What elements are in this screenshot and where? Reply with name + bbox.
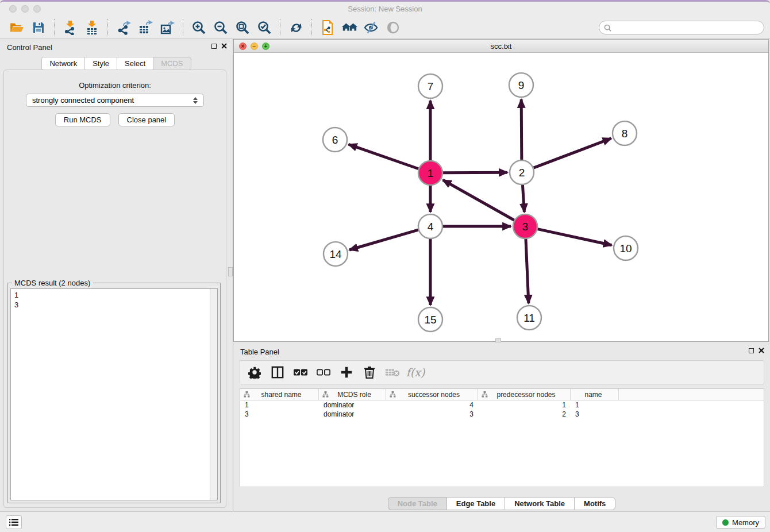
table-cell[interactable]: 3 (571, 410, 619, 419)
table-cell[interactable]: 1 (571, 400, 619, 410)
graph-edge-1-6[interactable] (349, 144, 419, 168)
graph-node-label-11: 11 (523, 312, 535, 324)
panel-splitter-handle[interactable] (228, 267, 233, 276)
tab-mcds[interactable]: MCDS (153, 57, 191, 70)
zoom-out-button[interactable] (211, 18, 230, 37)
function-builder-button[interactable]: f(x) (407, 364, 424, 381)
table-cell[interactable]: dominator (319, 410, 386, 419)
column-header-successor-nodes[interactable]: successor nodes (386, 389, 478, 400)
column-header-mcds-role[interactable]: MCDS role (319, 389, 386, 400)
mcds-result-list[interactable]: 1 3 (10, 288, 218, 500)
column-header-shared-name[interactable]: shared name (240, 389, 319, 400)
list-menu-icon (9, 518, 18, 526)
graph-edge-2-8[interactable] (534, 138, 611, 168)
table-cell[interactable]: 4 (386, 400, 478, 410)
graph-edge-1-2[interactable] (443, 172, 507, 173)
network-canvas[interactable]: 7968124314101511 (234, 53, 768, 341)
table-settings-button[interactable] (246, 364, 263, 381)
graph-edge-4-14[interactable] (349, 230, 418, 250)
zoom-out-icon (213, 20, 228, 35)
tab-motifs[interactable]: Motifs (574, 497, 615, 510)
table-toolbar: f(x) (240, 360, 764, 384)
graph-node-label-3: 3 (522, 221, 529, 233)
search-icon (604, 24, 611, 32)
graph-node-label-1: 1 (428, 167, 434, 179)
first-neighbors-button[interactable] (340, 18, 359, 37)
export-image-icon (160, 20, 175, 35)
export-image-button[interactable] (158, 18, 176, 37)
toolbar-separator (107, 19, 108, 36)
graph-edge-3-1[interactable] (443, 180, 514, 220)
graph-edge-3-10[interactable] (537, 229, 611, 245)
toolbar-separator (311, 19, 312, 36)
import-network-button[interactable] (61, 18, 79, 37)
birdseye-view-button[interactable] (384, 18, 402, 37)
show-panels-menu-button[interactable] (6, 515, 22, 529)
search-input[interactable] (614, 24, 759, 32)
save-disk-icon (32, 21, 45, 34)
tab-network-table[interactable]: Network Table (505, 497, 574, 510)
table-row[interactable]: 1 dominator 4 1 1 (240, 400, 764, 410)
network-window-titlebar[interactable]: × − + scc.txt (234, 40, 768, 53)
tab-node-table[interactable]: Node Table (388, 497, 446, 510)
save-session-button[interactable] (29, 18, 48, 37)
result-scrollbar[interactable] (210, 289, 217, 500)
toolbar-separator (183, 19, 183, 36)
show-hide-details-button[interactable] (362, 18, 380, 37)
table-cell[interactable]: 3 (240, 410, 319, 419)
add-column-button[interactable] (338, 364, 355, 381)
criterion-dropdown[interactable]: strongly connected component (26, 94, 204, 107)
split-panel-icon (271, 366, 284, 379)
table-cell[interactable]: dominator (319, 400, 386, 410)
graph-edge-3-11[interactable] (526, 239, 529, 303)
run-mcds-button[interactable]: Run MCDS (55, 113, 110, 126)
tab-select[interactable]: Select (117, 57, 153, 70)
import-table-button[interactable] (83, 18, 101, 37)
table-cell[interactable]: 1 (240, 400, 319, 410)
open-session-button[interactable] (7, 18, 26, 37)
fx-icon: f(x) (406, 366, 425, 379)
graph-node-label-8: 8 (622, 128, 628, 140)
close-panel-icon[interactable] (221, 43, 227, 49)
tab-edge-table[interactable]: Edge Table (446, 497, 505, 510)
delete-columns-button[interactable] (361, 364, 378, 381)
apply-layout-button[interactable] (287, 18, 305, 37)
graph-node-label-4: 4 (428, 221, 434, 233)
table-cell[interactable]: 3 (386, 410, 478, 419)
mcds-result-group: MCDS result (2 nodes) 1 3 (7, 283, 221, 503)
toolbar-separator (280, 19, 280, 36)
graph-edge-2-3[interactable] (522, 185, 524, 212)
fit-content-button[interactable] (233, 18, 252, 37)
toolbar-search[interactable] (599, 21, 764, 34)
float-panel-icon[interactable] (749, 348, 754, 353)
delete-table-button[interactable] (384, 364, 401, 381)
table-cell[interactable]: 2 (478, 410, 571, 419)
mcds-result-item: 1 (14, 290, 214, 300)
zoom-selected-button[interactable] (255, 18, 274, 37)
split-panel-button[interactable] (269, 364, 286, 381)
memory-button[interactable]: Memory (716, 516, 765, 529)
network-table-splitter-handle[interactable] (495, 338, 501, 342)
select-all-columns-button[interactable] (292, 364, 309, 381)
graph-node-label-15: 15 (424, 314, 436, 326)
export-table-icon (138, 20, 153, 35)
import-network-icon (63, 20, 78, 35)
export-table-button[interactable] (136, 18, 155, 37)
export-network-icon (116, 20, 131, 35)
control-panel-title: Control Panel (7, 43, 52, 52)
tab-network[interactable]: Network (41, 57, 84, 70)
close-panel-button[interactable]: Close panel (118, 113, 175, 126)
table-cell[interactable]: 1 (478, 400, 571, 410)
column-header-name[interactable]: name (571, 389, 619, 400)
float-panel-icon[interactable] (211, 44, 217, 49)
table-row[interactable]: 3 dominator 3 2 3 (240, 410, 764, 419)
zoom-in-button[interactable] (190, 18, 208, 37)
tab-style[interactable]: Style (84, 57, 117, 70)
graph-edge-2-9[interactable] (521, 99, 522, 160)
column-header-predecessor-nodes[interactable]: predecessor nodes (478, 389, 571, 400)
deselect-all-columns-button[interactable] (315, 364, 332, 381)
close-panel-icon[interactable] (759, 348, 764, 353)
clone-network-button[interactable] (318, 18, 337, 37)
optimization-criterion-label: Optimization criterion: (4, 81, 226, 90)
export-network-button[interactable] (114, 18, 133, 37)
